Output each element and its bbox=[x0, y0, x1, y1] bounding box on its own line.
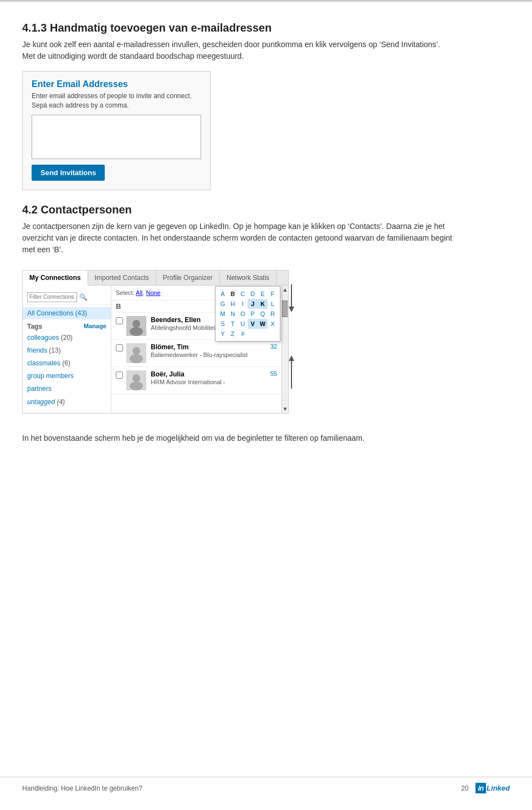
abc-cell-W[interactable]: W bbox=[258, 319, 268, 329]
all-connections-item[interactable]: All Connections (43) bbox=[23, 307, 111, 319]
person-info-2: Blömer, Tim Baliemedewerker - Blu-rayspe… bbox=[151, 343, 267, 359]
select-all-link[interactable]: All bbox=[136, 289, 142, 296]
section1-body: Je kunt ook zelf een aantal e-mailadress… bbox=[22, 39, 454, 62]
abc-cell-H[interactable]: H bbox=[228, 299, 238, 309]
abc-cell-empty2 bbox=[258, 329, 268, 339]
tab-my-connections[interactable]: My Connections bbox=[23, 271, 88, 286]
connections-screenshot: My Connections Imported Contacts Profile… bbox=[22, 270, 289, 414]
abc-cell-G[interactable]: G bbox=[218, 299, 228, 309]
abc-cell-empty1 bbox=[248, 329, 258, 339]
abc-cell-X[interactable]: X bbox=[268, 319, 278, 329]
svg-point-7 bbox=[132, 374, 140, 382]
abc-cell-empty3 bbox=[268, 329, 278, 339]
abc-cell-Y[interactable]: Y bbox=[218, 329, 228, 339]
avatar-2 bbox=[126, 343, 146, 363]
section2-title: 4.2 Contactpersonen bbox=[22, 203, 454, 216]
page-content: 4.1.3 Handmatig toevoegen van e-mailadre… bbox=[0, 11, 477, 483]
abc-cell-E[interactable]: E bbox=[258, 289, 268, 299]
svg-point-5 bbox=[130, 354, 143, 363]
tab-profile-organizer[interactable]: Profile Organizer bbox=[156, 271, 220, 285]
filter-row: 🔍 bbox=[23, 290, 111, 305]
arrow-annotation bbox=[289, 279, 316, 325]
person-checkbox-1[interactable] bbox=[116, 317, 123, 324]
abc-cell-V[interactable]: V bbox=[248, 319, 258, 329]
svg-point-2 bbox=[130, 327, 143, 336]
scrollbar-thumb[interactable] bbox=[282, 300, 288, 317]
tags-label: Tags bbox=[27, 323, 42, 330]
abc-cell-D[interactable]: D bbox=[248, 289, 258, 299]
abc-cell-T[interactable]: T bbox=[228, 319, 238, 329]
linkedin-logo-text: in bbox=[478, 784, 484, 792]
email-textarea[interactable] bbox=[32, 115, 201, 159]
tags-header: Tags Manage bbox=[23, 320, 111, 332]
abc-cell-A[interactable]: A bbox=[218, 289, 228, 299]
avatar-3 bbox=[126, 370, 146, 390]
abc-cell-F[interactable]: F bbox=[268, 289, 278, 299]
abc-popup: A B C D E F G H I J K L M N bbox=[215, 286, 280, 342]
tag-friends[interactable]: friends (13) bbox=[23, 344, 111, 357]
page-footer: Handleiding: Hoe LinkedIn te gebruiken? … bbox=[0, 777, 532, 799]
select-label: Select: All, None bbox=[116, 289, 161, 296]
section1-title: 4.1.3 Handmatig toevoegen van e-mailadre… bbox=[22, 22, 454, 34]
abc-cell-Z[interactable]: Z bbox=[228, 329, 238, 339]
tag-untagged[interactable]: untagged (4) bbox=[23, 396, 111, 409]
arrow-annotation-2 bbox=[289, 350, 316, 396]
linkedin-logo-box: in bbox=[475, 783, 487, 793]
table-row: Blömer, Tim Baliemedewerker - Blu-rayspe… bbox=[111, 340, 282, 367]
email-box-desc: Enter email addresses of people to invit… bbox=[32, 91, 201, 110]
abc-cell-B[interactable]: B bbox=[228, 289, 238, 299]
table-row: Boër, Julia HRM Advisor International - … bbox=[111, 367, 282, 394]
search-icon: 🔍 bbox=[79, 293, 88, 301]
manage-tags-link[interactable]: Manage bbox=[84, 323, 106, 330]
tag-colleagues[interactable]: colleagues (20) bbox=[23, 332, 111, 344]
section2-body1: Je contactpersonen zijn de kern van je g… bbox=[22, 221, 454, 256]
svg-point-8 bbox=[130, 381, 143, 390]
person-name-2: Blömer, Tim bbox=[151, 343, 267, 351]
abc-cell-Q[interactable]: Q bbox=[258, 309, 268, 319]
abc-cell-M[interactable]: M bbox=[218, 309, 228, 319]
abc-cell-I[interactable]: I bbox=[238, 299, 248, 309]
connections-tabs: My Connections Imported Contacts Profile… bbox=[23, 271, 288, 286]
tag-group-members[interactable]: group members bbox=[23, 370, 111, 383]
send-invitations-button[interactable]: Send Invitations bbox=[32, 165, 105, 181]
abc-cell-J[interactable]: J bbox=[248, 299, 258, 309]
svg-point-4 bbox=[132, 347, 140, 355]
linkedin-logo: in Linked bbox=[475, 783, 510, 793]
person-info-3: Boër, Julia HRM Advisor International - bbox=[151, 370, 267, 386]
tab-network-statis[interactable]: Network Statis bbox=[220, 271, 277, 285]
tab-imported-contacts[interactable]: Imported Contacts bbox=[88, 271, 156, 285]
scrollbar[interactable]: ▲ ▼ bbox=[282, 286, 288, 413]
connections-sidebar: 🔍 All Connections (43) Tags Manage colle… bbox=[23, 286, 111, 413]
person-name-3: Boër, Julia bbox=[151, 370, 267, 378]
email-box-title: Enter Email Addresses bbox=[32, 79, 201, 89]
tag-classmates[interactable]: classmates (6) bbox=[23, 357, 111, 370]
abc-cell-K[interactable]: K bbox=[258, 299, 268, 309]
svg-marker-10 bbox=[289, 307, 294, 312]
abc-cell-O[interactable]: O bbox=[238, 309, 248, 319]
svg-point-1 bbox=[132, 320, 140, 328]
abc-cell-C[interactable]: C bbox=[238, 289, 248, 299]
person-count-3: 55 bbox=[270, 370, 277, 377]
person-title-2: Baliemedewerker - Blu-rayspecialist bbox=[151, 351, 267, 359]
email-addresses-screenshot: Enter Email Addresses Enter email addres… bbox=[22, 71, 211, 190]
person-checkbox-3[interactable] bbox=[116, 371, 123, 379]
person-checkbox-2[interactable] bbox=[116, 344, 123, 351]
abc-cell-N[interactable]: N bbox=[228, 309, 238, 319]
abc-cell-P[interactable]: P bbox=[248, 309, 258, 319]
abc-cell-U[interactable]: U bbox=[238, 319, 248, 329]
person-count-2: 32 bbox=[270, 343, 277, 350]
abc-cell-L[interactable]: L bbox=[268, 299, 278, 309]
person-title-3: HRM Advisor International - bbox=[151, 378, 267, 386]
select-none-link[interactable]: None bbox=[146, 289, 160, 296]
abc-cell-R[interactable]: R bbox=[268, 309, 278, 319]
svg-marker-12 bbox=[289, 355, 294, 361]
linkedin-text: Linked bbox=[487, 784, 510, 792]
footer-left: Handleiding: Hoe LinkedIn te gebruiken? bbox=[22, 784, 142, 792]
abc-cell-S[interactable]: S bbox=[218, 319, 228, 329]
tag-partners[interactable]: partners bbox=[23, 383, 111, 395]
abc-cell-hash[interactable]: # bbox=[238, 329, 248, 339]
section2-body2: In het bovenstaande scherm heb je de mog… bbox=[22, 432, 454, 444]
page-number: 20 bbox=[461, 784, 468, 792]
filter-connections-input[interactable] bbox=[27, 292, 77, 302]
avatar-1 bbox=[126, 316, 146, 336]
